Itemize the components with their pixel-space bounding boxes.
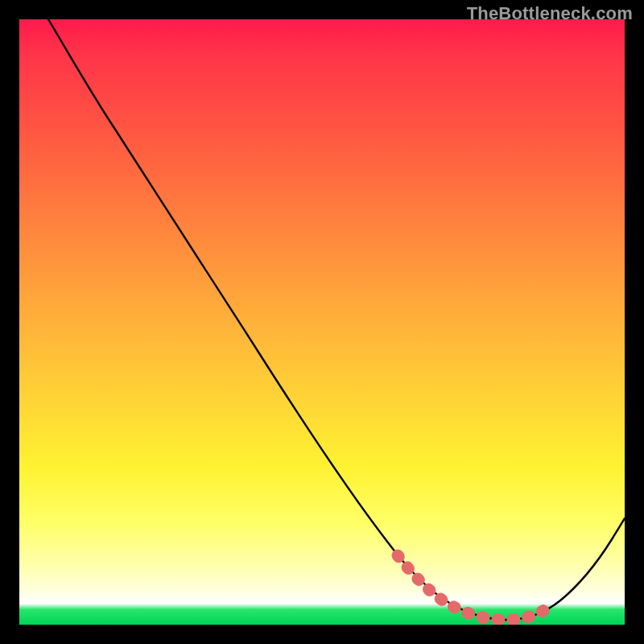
chart-frame: [19, 19, 625, 625]
curve-path: [48, 19, 625, 620]
highlight-segment: [398, 555, 552, 620]
bottleneck-curve: [19, 19, 625, 625]
watermark-text: TheBottleneck.com: [467, 3, 633, 24]
